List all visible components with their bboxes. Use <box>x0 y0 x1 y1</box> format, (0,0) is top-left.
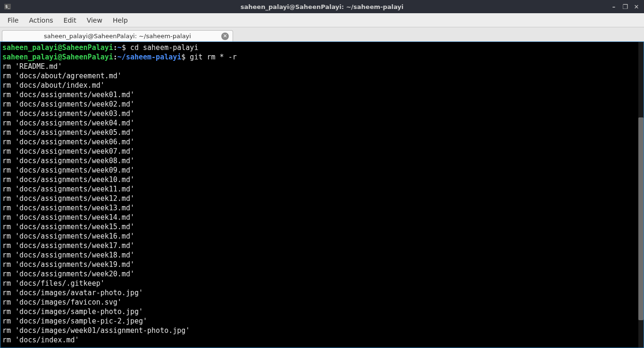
scrollbar-thumb[interactable] <box>638 117 644 320</box>
app-icon: $_ <box>2 4 13 9</box>
menu-actions[interactable]: Actions <box>24 15 58 26</box>
terminal-viewport: saheen_palayi@SaheenPalayi:~$ cd saheem-… <box>0 41 644 348</box>
terminal[interactable]: saheen_palayi@SaheenPalayi:~$ cd saheem-… <box>0 42 638 348</box>
minimize-button[interactable]: – <box>610 3 618 10</box>
window-controls: – ❐ ✕ <box>610 3 644 10</box>
close-icon[interactable]: ✕ <box>221 33 229 40</box>
tab-label: saheen_palayi@SaheenPalayi: ~/saheem-pal… <box>7 33 228 40</box>
close-button[interactable]: ✕ <box>633 3 640 10</box>
maximize-button[interactable]: ❐ <box>621 3 629 10</box>
svg-text:$_: $_ <box>5 5 10 9</box>
menu-view[interactable]: View <box>82 15 107 26</box>
menu-file[interactable]: File <box>3 15 23 26</box>
scrollbar-track[interactable] <box>638 42 644 348</box>
menu-edit[interactable]: Edit <box>59 15 81 26</box>
window-title: saheen_palayi@SaheenPalayi: ~/saheem-pal… <box>241 3 404 10</box>
window-titlebar: $_ saheen_palayi@SaheenPalayi: ~/saheem-… <box>0 0 644 13</box>
tabbar: saheen_palayi@SaheenPalayi: ~/saheem-pal… <box>0 27 644 41</box>
tab-terminal[interactable]: saheen_palayi@SaheenPalayi: ~/saheem-pal… <box>2 30 233 41</box>
menubar: File Actions Edit View Help <box>0 13 644 27</box>
menu-help[interactable]: Help <box>108 15 133 26</box>
